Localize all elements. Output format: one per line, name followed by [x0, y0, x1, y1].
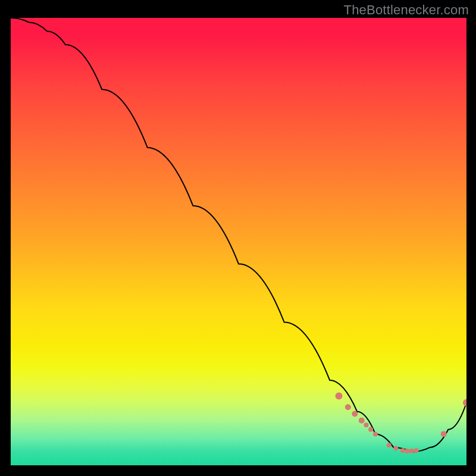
marker-dot	[405, 449, 409, 453]
marker-dot	[441, 431, 447, 437]
markers-group	[336, 392, 467, 453]
marker-dot	[364, 422, 369, 427]
series-curve	[11, 18, 466, 452]
attribution-text: TheBottlenecker.com	[344, 2, 469, 18]
marker-dot	[373, 431, 378, 436]
chart-svg	[11, 18, 466, 465]
marker-dot	[463, 399, 466, 406]
marker-dot	[387, 443, 392, 447]
marker-dot	[359, 418, 365, 424]
marker-dot	[345, 404, 351, 410]
marker-dot	[400, 448, 405, 453]
marker-dot	[409, 449, 414, 453]
plot-area	[11, 18, 466, 465]
marker-dot	[393, 446, 398, 450]
marker-dot	[414, 448, 419, 453]
marker-dot	[352, 411, 358, 417]
marker-dot	[336, 392, 343, 399]
chart-container: TheBottlenecker.com	[0, 0, 476, 476]
marker-dot	[368, 427, 373, 432]
